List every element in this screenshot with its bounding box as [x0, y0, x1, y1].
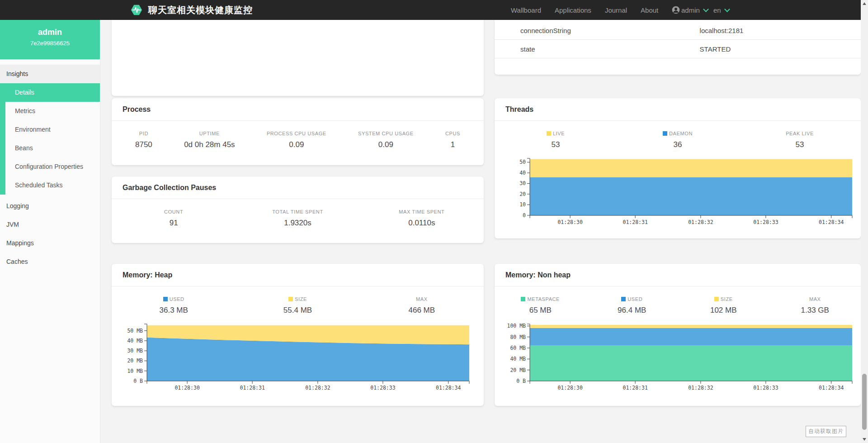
svg-text:01:28:31: 01:28:31: [240, 385, 264, 391]
legend-swatch: [547, 131, 551, 136]
nav-link-wallboard[interactable]: Wallboard: [511, 6, 541, 14]
svg-text:01:28:31: 01:28:31: [623, 219, 647, 225]
svg-text:01:28:32: 01:28:32: [305, 385, 330, 391]
user-avatar-icon: [671, 5, 680, 14]
svg-text:80 MB: 80 MB: [510, 334, 526, 340]
nonheap-legend: METASPACE 65 MB USED 96.4 MB SIZE 102 MB…: [495, 286, 861, 315]
svg-text:01:28:33: 01:28:33: [753, 219, 778, 225]
sidebar-item-beans[interactable]: Beans: [5, 139, 100, 157]
app-logo-icon: [130, 4, 143, 16]
legend-swatch: [521, 297, 525, 301]
sidebar-item-insights[interactable]: Insights: [0, 65, 100, 83]
memory-heap-chart: 0 B10 MB20 MB30 MB40 MB50 MB01:28:3001:2…: [112, 323, 471, 392]
instance-name: admin: [0, 28, 100, 37]
memory-heap-card: Memory: Heap USED 36.3 MB SIZE 55.4 MB M…: [112, 264, 484, 406]
sidebar-item-metrics[interactable]: Metrics: [5, 102, 100, 120]
chevron-down-icon: [703, 6, 709, 12]
svg-text:01:28:32: 01:28:32: [688, 219, 713, 225]
sidebar-item-mappings[interactable]: Mappings: [0, 234, 100, 252]
card-title: Memory: Heap: [112, 264, 484, 286]
stat-pid: PID 8750: [135, 131, 152, 149]
instance-id: 7e2e99856625: [0, 40, 100, 47]
brand[interactable]: 聊天室相关模块健康监控: [130, 0, 253, 20]
stat-cpus: CPUS 1: [445, 131, 460, 149]
legend-swatch: [714, 297, 719, 301]
nav-link-applications[interactable]: Applications: [555, 6, 591, 14]
svg-text:20: 20: [519, 191, 526, 197]
svg-text:01:28:34: 01:28:34: [819, 385, 844, 391]
sidebar-item-caches[interactable]: Caches: [0, 252, 100, 271]
legend-swatch: [621, 297, 626, 301]
legend-size: SIZE 55.4 MB: [236, 296, 359, 315]
gc-card: Garbage Collection Pauses COUNT 91 TOTAL…: [112, 176, 484, 243]
svg-text:30 MB: 30 MB: [127, 348, 143, 354]
svg-text:10 MB: 10 MB: [127, 368, 143, 374]
card-title: Process: [112, 98, 484, 121]
svg-text:0 B: 0 B: [516, 378, 526, 384]
card-title: Threads: [495, 98, 861, 121]
sidebar-item-logging[interactable]: Logging: [0, 197, 100, 215]
user-menu[interactable]: admin: [671, 0, 708, 20]
card-title: Memory: Non heap: [495, 264, 861, 286]
stat-process-cpu: PROCESS CPU USAGE 0.09: [267, 131, 326, 149]
details-table-card: connectionString localhost:2181 state ST…: [495, 20, 861, 75]
legend-live: LIVE 53: [495, 131, 617, 149]
legend-used: USED 96.4 MB: [586, 296, 678, 315]
svg-text:01:28:34: 01:28:34: [436, 385, 461, 391]
app-title: 聊天室相关模块健康监控: [148, 4, 253, 16]
legend-used: USED 36.3 MB: [112, 296, 236, 315]
svg-text:01:28:30: 01:28:30: [175, 385, 199, 391]
stat-total-time: TOTAL TIME SPENT 1.9320s: [236, 209, 359, 228]
nav-links: Wallboard Applications Journal About: [511, 0, 658, 20]
details-table: connectionString localhost:2181 state ST…: [495, 21, 861, 58]
scrollbar-thumb[interactable]: [862, 374, 867, 430]
sidebar-item-environment[interactable]: Environment: [5, 120, 100, 139]
svg-text:40: 40: [519, 170, 526, 176]
table-row-value: STARTED: [700, 45, 861, 53]
table-row-label: state: [495, 45, 700, 53]
nav-link-journal[interactable]: Journal: [605, 6, 627, 14]
table-row: state STARTED: [495, 40, 861, 58]
sidebar-item-configuration-properties[interactable]: Configuration Properties: [5, 157, 100, 176]
legend-swatch: [163, 297, 168, 301]
scroll-up-arrow-icon[interactable]: [863, 2, 866, 5]
svg-text:01:28:32: 01:28:32: [688, 385, 713, 391]
svg-text:100 MB: 100 MB: [507, 323, 526, 329]
sidebar-item-details[interactable]: Details: [5, 83, 100, 102]
table-row-value: localhost:2181: [700, 27, 861, 34]
svg-text:01:28:34: 01:28:34: [819, 219, 844, 225]
scroll-down-arrow-icon[interactable]: [863, 438, 866, 441]
svg-text:0: 0: [523, 212, 526, 219]
language-menu[interactable]: en: [713, 0, 729, 20]
stat-system-cpu: SYSTEM CPU USAGE 0.09: [358, 131, 414, 149]
svg-text:40 MB: 40 MB: [510, 356, 526, 362]
sidebar-instance-header: admin 7e2e99856625: [0, 20, 100, 59]
legend-max: MAX 466 MB: [360, 296, 484, 315]
auto-capture-badge[interactable]: 自动获取图片: [806, 426, 846, 437]
legend-swatch: [663, 131, 667, 136]
nav-link-about[interactable]: About: [641, 6, 658, 14]
sidebar-item-scheduled-tasks[interactable]: Scheduled Tasks: [5, 176, 100, 195]
threads-card: Threads LIVE 53 DAEMON 36 PEAK LIVE 53 0…: [495, 98, 861, 238]
svg-text:20 MB: 20 MB: [510, 367, 526, 373]
svg-text:01:28:30: 01:28:30: [557, 219, 582, 225]
svg-text:10: 10: [519, 201, 526, 208]
memory-nonheap-card: Memory: Non heap METASPACE 65 MB USED 96…: [495, 264, 861, 406]
heap-legend: USED 36.3 MB SIZE 55.4 MB MAX 466 MB: [112, 286, 484, 315]
stat-count: COUNT 91: [112, 209, 236, 228]
memory-nonheap-chart: 0 B20 MB40 MB60 MB80 MB100 MB01:28:3001:…: [495, 323, 854, 392]
stat-uptime: UPTIME 0d 0h 28m 45s: [184, 131, 235, 149]
svg-text:50: 50: [519, 159, 526, 165]
card-title: Garbage Collection Pauses: [112, 176, 484, 199]
svg-text:01:28:33: 01:28:33: [753, 385, 778, 391]
chevron-down-icon: [724, 6, 730, 12]
svg-text:40 MB: 40 MB: [127, 338, 143, 344]
vertical-scrollbar[interactable]: [861, 0, 868, 443]
table-row: connectionString localhost:2181: [495, 21, 861, 40]
sidebar-item-jvm[interactable]: JVM: [0, 215, 100, 234]
legend-daemon: DAEMON 36: [617, 131, 739, 149]
sidebar: admin 7e2e99856625 Insights Details Metr…: [0, 20, 100, 443]
process-card: Process PID 8750 UPTIME 0d 0h 28m 45s PR…: [112, 98, 484, 165]
legend-size: SIZE 102 MB: [678, 296, 769, 315]
svg-text:01:28:31: 01:28:31: [623, 385, 647, 391]
